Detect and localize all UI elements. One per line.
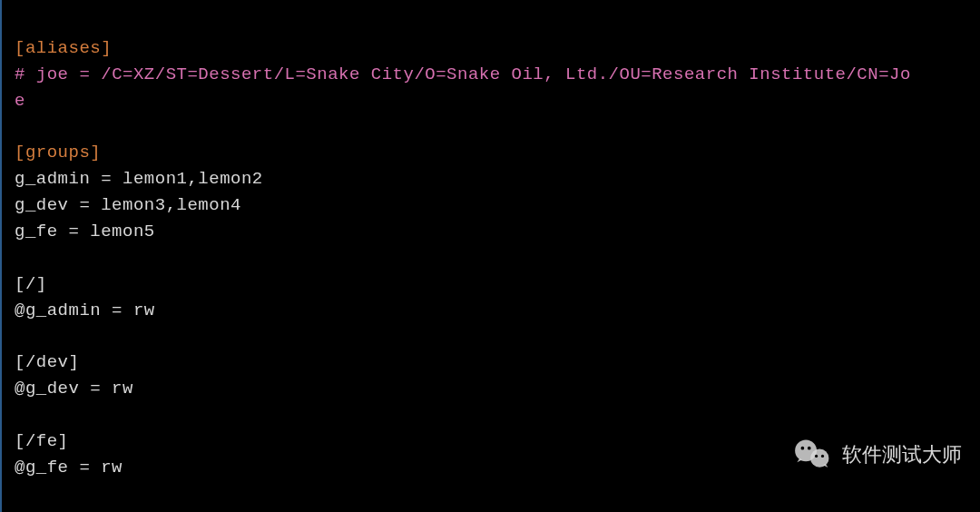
watermark-text: 软件测试大师 — [842, 439, 962, 469]
path-root: [/] — [15, 274, 47, 294]
group-fe: g_fe = lemon5 — [15, 222, 155, 241]
svg-point-5 — [821, 455, 824, 458]
path-fe: [/fe] — [15, 431, 69, 451]
group-dev: g_dev = lemon3,lemon4 — [15, 195, 241, 215]
svg-point-4 — [815, 455, 818, 458]
path-dev: [/dev] — [15, 352, 79, 372]
terminal-content: [aliases] # joe = /C=XZ/ST=Dessert/L=Sna… — [15, 9, 967, 481]
perm-admin: @g_admin = rw — [15, 300, 155, 320]
svg-point-1 — [810, 449, 828, 468]
comment-hash: # — [15, 64, 36, 84]
svg-point-2 — [801, 447, 805, 450]
svg-point-3 — [808, 447, 811, 450]
perm-dev: @g_dev = rw — [15, 379, 133, 399]
comment-joe: joe = /C=XZ/ST=Dessert/L=Snake City/O=Sn… — [36, 64, 911, 84]
comment-joe-wrap: e — [15, 91, 25, 111]
watermark: 软件测试大师 — [791, 434, 962, 476]
perm-fe: @g_fe = rw — [15, 458, 122, 478]
wechat-icon — [791, 434, 833, 476]
group-admin: g_admin = lemon1,lemon2 — [15, 169, 263, 189]
section-groups: [groups] — [15, 143, 101, 162]
section-aliases: [aliases] — [15, 38, 112, 58]
